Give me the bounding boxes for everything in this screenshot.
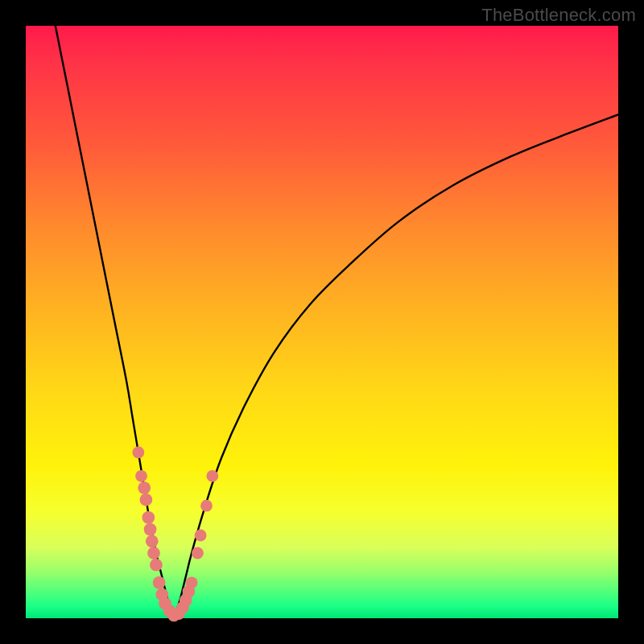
data-marker bbox=[146, 535, 159, 547]
watermark-text: TheBottleneck.com bbox=[481, 5, 636, 26]
data-marker bbox=[147, 547, 160, 559]
data-marker bbox=[132, 447, 144, 459]
data-marker bbox=[144, 523, 157, 536]
chart-svg bbox=[26, 26, 618, 618]
data-marker bbox=[200, 500, 213, 512]
curve-right-branch bbox=[174, 114, 618, 618]
data-marker bbox=[150, 559, 163, 572]
chart-frame: TheBottleneck.com bbox=[0, 0, 644, 644]
data-marker bbox=[192, 547, 204, 559]
data-marker bbox=[140, 493, 153, 506]
data-marker bbox=[206, 470, 218, 482]
data-marker bbox=[153, 576, 166, 589]
data-marker bbox=[135, 470, 147, 482]
data-marker bbox=[195, 530, 207, 542]
data-marker bbox=[142, 511, 155, 524]
data-marker bbox=[186, 576, 198, 588]
data-marker bbox=[138, 481, 151, 494]
marker-group bbox=[132, 447, 218, 622]
plot-area bbox=[26, 26, 618, 618]
